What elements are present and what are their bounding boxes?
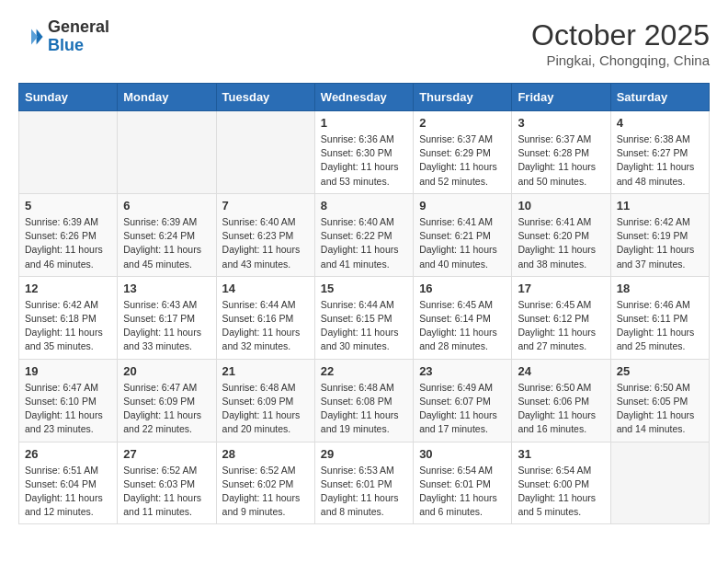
calendar-cell: 10Sunrise: 6:41 AMSunset: 6:20 PMDayligh… [512, 193, 610, 276]
day-number: 23 [419, 364, 506, 378]
day-number: 15 [321, 282, 407, 295]
day-number: 5 [25, 199, 111, 213]
calendar-table: SundayMondayTuesdayWednesdayThursdayFrid… [18, 83, 710, 524]
weekday-header-tuesday: Tuesday [216, 84, 314, 111]
calendar-cell [19, 111, 118, 194]
day-number: 17 [518, 282, 604, 295]
week-row-5: 26Sunrise: 6:51 AMSunset: 6:04 PMDayligh… [19, 442, 710, 524]
day-number: 2 [419, 116, 506, 130]
day-info: Sunrise: 6:37 AMSunset: 6:29 PMDaylight:… [419, 132, 506, 189]
day-info: Sunrise: 6:42 AMSunset: 6:19 PMDaylight:… [617, 215, 703, 271]
day-info: Sunrise: 6:40 AMSunset: 6:22 PMDaylight:… [321, 215, 407, 271]
logo-icon [18, 24, 44, 50]
day-info: Sunrise: 6:47 AMSunset: 6:10 PMDaylight:… [25, 381, 111, 437]
calendar-cell: 21Sunrise: 6:48 AMSunset: 6:09 PMDayligh… [216, 359, 314, 442]
weekday-header-wednesday: Wednesday [314, 84, 413, 111]
calendar-cell: 4Sunrise: 6:38 AMSunset: 6:27 PMDaylight… [610, 111, 709, 194]
weekday-header-thursday: Thursday [414, 84, 512, 111]
day-number: 27 [123, 447, 210, 461]
day-info: Sunrise: 6:45 AMSunset: 6:14 PMDaylight:… [419, 298, 506, 354]
calendar-cell: 2Sunrise: 6:37 AMSunset: 6:29 PMDaylight… [414, 111, 512, 194]
day-info: Sunrise: 6:50 AMSunset: 6:06 PMDaylight:… [518, 381, 604, 437]
calendar-cell: 14Sunrise: 6:44 AMSunset: 6:16 PMDayligh… [216, 276, 314, 359]
day-number: 1 [321, 116, 407, 130]
weekday-header-saturday: Saturday [610, 84, 709, 111]
logo-general: General [48, 17, 109, 36]
day-number: 12 [25, 282, 111, 295]
day-info: Sunrise: 6:37 AMSunset: 6:28 PMDaylight:… [518, 132, 604, 189]
calendar-cell: 11Sunrise: 6:42 AMSunset: 6:19 PMDayligh… [610, 193, 709, 276]
day-info: Sunrise: 6:39 AMSunset: 6:24 PMDaylight:… [123, 215, 210, 271]
day-info: Sunrise: 6:44 AMSunset: 6:16 PMDaylight:… [222, 298, 309, 354]
day-number: 3 [518, 116, 604, 130]
day-info: Sunrise: 6:46 AMSunset: 6:11 PMDaylight:… [617, 298, 703, 354]
week-row-1: 1Sunrise: 6:36 AMSunset: 6:30 PMDaylight… [19, 111, 710, 194]
calendar-cell: 25Sunrise: 6:50 AMSunset: 6:05 PMDayligh… [610, 359, 709, 442]
calendar-cell: 7Sunrise: 6:40 AMSunset: 6:23 PMDaylight… [216, 193, 314, 276]
day-number: 6 [123, 199, 210, 213]
day-info: Sunrise: 6:43 AMSunset: 6:17 PMDaylight:… [123, 298, 210, 354]
calendar-cell: 9Sunrise: 6:41 AMSunset: 6:21 PMDaylight… [414, 193, 512, 276]
calendar-cell: 30Sunrise: 6:54 AMSunset: 6:01 PMDayligh… [414, 442, 512, 524]
day-info: Sunrise: 6:42 AMSunset: 6:18 PMDaylight:… [25, 298, 111, 354]
day-info: Sunrise: 6:39 AMSunset: 6:26 PMDaylight:… [25, 215, 111, 271]
day-info: Sunrise: 6:51 AMSunset: 6:04 PMDaylight:… [25, 464, 111, 520]
day-number: 9 [419, 199, 506, 213]
day-info: Sunrise: 6:48 AMSunset: 6:08 PMDaylight:… [321, 381, 407, 437]
calendar-cell: 16Sunrise: 6:45 AMSunset: 6:14 PMDayligh… [414, 276, 512, 359]
day-number: 29 [321, 447, 407, 461]
calendar-cell: 31Sunrise: 6:54 AMSunset: 6:00 PMDayligh… [512, 442, 610, 524]
week-row-3: 12Sunrise: 6:42 AMSunset: 6:18 PMDayligh… [19, 276, 710, 359]
day-info: Sunrise: 6:52 AMSunset: 6:03 PMDaylight:… [123, 464, 210, 520]
day-number: 16 [419, 282, 506, 295]
day-info: Sunrise: 6:41 AMSunset: 6:21 PMDaylight:… [419, 215, 506, 271]
calendar-cell: 27Sunrise: 6:52 AMSunset: 6:03 PMDayligh… [118, 442, 216, 524]
day-info: Sunrise: 6:50 AMSunset: 6:05 PMDaylight:… [617, 381, 703, 437]
calendar-cell: 8Sunrise: 6:40 AMSunset: 6:22 PMDaylight… [314, 193, 413, 276]
day-number: 21 [222, 364, 309, 378]
calendar-cell: 15Sunrise: 6:44 AMSunset: 6:15 PMDayligh… [314, 276, 413, 359]
calendar-cell: 24Sunrise: 6:50 AMSunset: 6:06 PMDayligh… [512, 359, 610, 442]
day-number: 28 [222, 447, 309, 461]
day-number: 14 [222, 282, 309, 295]
logo-blue: Blue [48, 36, 84, 54]
page-header: General Blue October 2025 Pingkai, Chong… [18, 18, 710, 68]
day-info: Sunrise: 6:54 AMSunset: 6:00 PMDaylight:… [518, 464, 604, 520]
title-block: October 2025 Pingkai, Chongqing, China [531, 18, 710, 68]
day-info: Sunrise: 6:48 AMSunset: 6:09 PMDaylight:… [222, 381, 309, 437]
day-info: Sunrise: 6:44 AMSunset: 6:15 PMDaylight:… [321, 298, 407, 354]
weekday-header-sunday: Sunday [19, 84, 118, 111]
calendar-cell [216, 111, 314, 194]
calendar-cell: 23Sunrise: 6:49 AMSunset: 6:07 PMDayligh… [414, 359, 512, 442]
calendar-cell: 28Sunrise: 6:52 AMSunset: 6:02 PMDayligh… [216, 442, 314, 524]
location: Pingkai, Chongqing, China [531, 52, 710, 68]
day-info: Sunrise: 6:53 AMSunset: 6:01 PMDaylight:… [321, 464, 407, 520]
day-number: 31 [518, 447, 604, 461]
calendar-cell: 17Sunrise: 6:45 AMSunset: 6:12 PMDayligh… [512, 276, 610, 359]
day-info: Sunrise: 6:52 AMSunset: 6:02 PMDaylight:… [222, 464, 309, 520]
calendar-cell: 6Sunrise: 6:39 AMSunset: 6:24 PMDaylight… [118, 193, 216, 276]
day-info: Sunrise: 6:41 AMSunset: 6:20 PMDaylight:… [518, 215, 604, 271]
day-number: 13 [123, 282, 210, 295]
calendar-cell [610, 442, 709, 524]
calendar-cell: 29Sunrise: 6:53 AMSunset: 6:01 PMDayligh… [314, 442, 413, 524]
day-number: 24 [518, 364, 604, 378]
day-info: Sunrise: 6:45 AMSunset: 6:12 PMDaylight:… [518, 298, 604, 354]
calendar-cell: 5Sunrise: 6:39 AMSunset: 6:26 PMDaylight… [19, 193, 118, 276]
day-info: Sunrise: 6:49 AMSunset: 6:07 PMDaylight:… [419, 381, 506, 437]
day-number: 7 [222, 199, 309, 213]
calendar-cell: 1Sunrise: 6:36 AMSunset: 6:30 PMDaylight… [314, 111, 413, 194]
day-number: 20 [123, 364, 210, 378]
day-info: Sunrise: 6:36 AMSunset: 6:30 PMDaylight:… [321, 132, 407, 189]
day-number: 22 [321, 364, 407, 378]
day-info: Sunrise: 6:47 AMSunset: 6:09 PMDaylight:… [123, 381, 210, 437]
logo-text: General Blue [48, 18, 109, 55]
calendar-cell: 13Sunrise: 6:43 AMSunset: 6:17 PMDayligh… [118, 276, 216, 359]
calendar-cell [118, 111, 216, 194]
month-title: October 2025 [531, 18, 710, 52]
day-info: Sunrise: 6:38 AMSunset: 6:27 PMDaylight:… [617, 132, 703, 189]
day-number: 30 [419, 447, 506, 461]
calendar-cell: 12Sunrise: 6:42 AMSunset: 6:18 PMDayligh… [19, 276, 118, 359]
day-info: Sunrise: 6:54 AMSunset: 6:01 PMDaylight:… [419, 464, 506, 520]
day-info: Sunrise: 6:40 AMSunset: 6:23 PMDaylight:… [222, 215, 309, 271]
